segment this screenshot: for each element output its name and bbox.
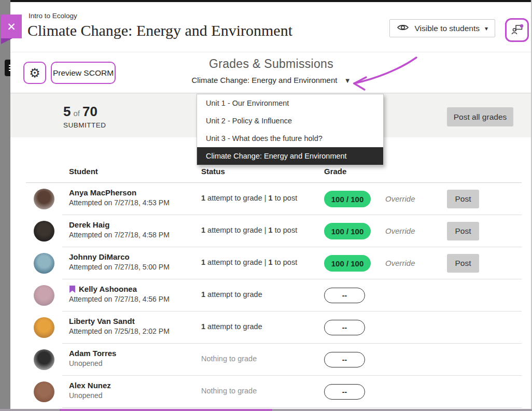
avatar	[34, 221, 54, 242]
caret-down-icon: ▾	[485, 25, 488, 32]
row-status: 1 attempt to grade	[201, 290, 262, 299]
post-button[interactable]: Post	[447, 254, 479, 273]
page-header: Intro to Ecology Climate Change: Energy …	[10, 2, 532, 52]
course-name: Intro to Ecology	[29, 12, 77, 20]
total-count: 70	[82, 104, 97, 119]
table-row[interactable]: Adam TorresUnopenedNothing to grade--	[10, 344, 532, 376]
dropdown-item[interactable]: Unit 2 - Policy & Influence	[197, 112, 383, 130]
attempt-info: Unopened	[69, 391, 111, 400]
row-status: Nothing to grade	[201, 355, 257, 363]
avatar	[34, 381, 54, 402]
student-cell: Johnny DiMarcoAttempted on 7/27/18, 5:00…	[69, 252, 170, 271]
avatar	[34, 189, 54, 209]
dropdown-item[interactable]: Unit 1 - Our Environment	[197, 94, 383, 112]
submitted-label: SUBMITTED	[63, 121, 106, 129]
app-window: ✕ Intro to Ecology Climate Change: Energ…	[0, 0, 532, 411]
dropdown-item[interactable]: Climate Change: Energy and Environment	[197, 147, 383, 165]
submitted-counter: 5of70 SUBMITTED	[63, 104, 106, 129]
student-name[interactable]: Johnny DiMarco	[69, 252, 170, 261]
student-cell: Adam TorresUnopened	[69, 349, 116, 367]
attempt-info: Attempted on 7/27/18, 4:58 PM	[69, 231, 170, 239]
grades-toolbar: ⚙ Preview SCORM Grades & Submissions Cli…	[10, 52, 532, 93]
row-status: 1 attempt to grade | 1 to post	[201, 194, 297, 202]
grade-pill[interactable]: 100 / 100	[324, 223, 371, 239]
column-header-status: Status	[201, 167, 225, 176]
student-cell: Anya MacPhersonAttempted on 7/27/18, 4:5…	[69, 188, 170, 207]
attempt-info: Attempted on 7/27/18, 4:53 PM	[69, 199, 170, 207]
attempt-info: Attempted on 7/25/18, 2:02 PM	[69, 327, 170, 335]
post-button[interactable]: Post	[447, 190, 479, 208]
row-status: 1 attempt to grade | 1 to post	[201, 226, 297, 234]
student-name[interactable]: Alex Nunez	[69, 381, 111, 390]
avatar	[34, 349, 54, 370]
close-icon: ✕	[7, 21, 16, 32]
visibility-label: Visible to students	[414, 24, 480, 33]
row-status: Nothing to grade	[201, 387, 257, 395]
caret-down-icon: ▼	[344, 77, 351, 84]
grades-table: Student Status Grade Anya MacPhersonAtte…	[10, 137, 532, 409]
student-cell: Kelly AshooneaAttempted on 7/27/18, 4:56…	[69, 285, 170, 303]
avatar	[34, 253, 54, 274]
student-name[interactable]: Adam Torres	[69, 349, 116, 358]
student-cell: Derek HaigAttempted on 7/27/18, 4:58 PM	[69, 220, 170, 239]
table-row[interactable]: Johnny DiMarcoAttempted on 7/27/18, 5:00…	[10, 247, 532, 279]
avatar	[34, 285, 54, 306]
close-panel-button[interactable]: ✕	[1, 15, 22, 38]
unit-dropdown: Unit 1 - Our EnvironmentUnit 2 - Policy …	[197, 94, 384, 165]
column-header-grade: Grade	[324, 167, 346, 176]
table-row[interactable]: Derek HaigAttempted on 7/27/18, 4:58 PM1…	[10, 215, 532, 247]
visibility-dropdown-button[interactable]: Visible to students ▾	[389, 19, 495, 37]
annotation-bottom-line	[60, 409, 272, 411]
class-conversation-button[interactable]	[505, 18, 529, 42]
attempt-info: Attempted on 7/27/18, 5:00 PM	[69, 263, 170, 271]
attempt-info: Attempted on 7/27/18, 4:56 PM	[69, 295, 170, 303]
eye-icon	[397, 23, 409, 34]
table-row[interactable]: Liberty Van SandtAttempted on 7/25/18, 2…	[10, 311, 532, 344]
column-header-student: Student	[69, 167, 98, 176]
grade-pill[interactable]: 100 / 100	[324, 255, 371, 272]
grade-pill-empty[interactable]: --	[324, 384, 365, 400]
student-rows: Anya MacPhersonAttempted on 7/27/18, 4:5…	[10, 183, 532, 408]
table-row[interactable]: Anya MacPhersonAttempted on 7/27/18, 4:5…	[10, 183, 532, 215]
student-cell: Alex NunezUnopened	[69, 381, 111, 400]
content-selector-dropdown[interactable]: Climate Change: Energy and Environment ▼	[10, 76, 532, 84]
dropdown-item[interactable]: Unit 3 - What does the future hold?	[197, 130, 383, 147]
override-label: Override	[385, 194, 415, 203]
grade-pill[interactable]: 100 / 100	[324, 191, 371, 207]
student-name[interactable]: Anya MacPherson	[69, 188, 170, 197]
flag-icon	[69, 285, 76, 293]
person-flag-icon	[510, 22, 524, 38]
grade-pill-empty[interactable]: --	[324, 320, 365, 335]
grade-pill-empty[interactable]: --	[324, 288, 365, 303]
of-label: of	[71, 109, 82, 118]
student-name[interactable]: Kelly Ashoonea	[69, 285, 170, 293]
student-name[interactable]: Derek Haig	[69, 220, 170, 229]
override-label: Override	[385, 226, 415, 235]
table-row[interactable]: Alex NunezUnopenedNothing to grade--	[10, 376, 532, 408]
grades-submissions-heading: Grades & Submissions	[10, 57, 532, 71]
submitted-count: 5	[63, 104, 71, 119]
selector-label: Climate Change: Energy and Environment	[191, 76, 337, 84]
page-title: Climate Change: Energy and Environment	[27, 22, 292, 39]
post-all-grades-button[interactable]: Post all grades	[447, 107, 513, 126]
row-status: 1 attempt to grade | 1 to post	[201, 258, 297, 266]
student-name[interactable]: Liberty Van Sandt	[69, 317, 170, 325]
grade-pill-empty[interactable]: --	[324, 352, 365, 367]
table-row[interactable]: Kelly AshooneaAttempted on 7/27/18, 4:56…	[10, 279, 532, 311]
row-status: 1 attempt to grade	[201, 322, 262, 331]
close-button-fold	[1, 38, 12, 44]
override-label: Override	[385, 259, 415, 267]
avatar	[34, 317, 54, 338]
attempt-info: Unopened	[69, 359, 116, 367]
student-cell: Liberty Van SandtAttempted on 7/25/18, 2…	[69, 317, 170, 335]
post-button[interactable]: Post	[447, 222, 479, 240]
